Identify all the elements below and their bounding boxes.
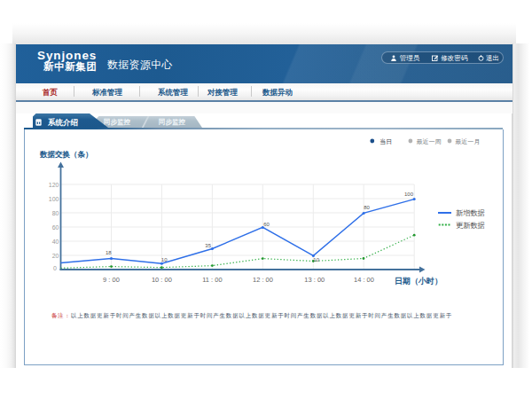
svg-text:80: 80 [364, 205, 370, 210]
svg-text:10 : 00: 10 : 00 [152, 276, 172, 284]
svg-text:数据交换（条）: 数据交换（条） [39, 150, 93, 159]
svg-text:20: 20 [52, 253, 59, 259]
svg-text:9 : 00: 9 : 00 [103, 276, 120, 284]
svg-text:12 : 00: 12 : 00 [253, 276, 273, 284]
svg-text:18: 18 [106, 250, 112, 255]
svg-text:新增数据: 新增数据 [456, 209, 485, 217]
svg-text:14 : 00: 14 : 00 [354, 276, 374, 284]
svg-text:60: 60 [52, 224, 59, 231]
svg-text:最近一周: 最近一周 [416, 138, 441, 145]
svg-text:35: 35 [205, 243, 211, 248]
svg-text:100: 100 [404, 192, 414, 197]
svg-text:日期（小时）: 日期（小时） [395, 277, 442, 286]
svg-text:10: 10 [161, 257, 168, 262]
svg-text:最近一月: 最近一月 [455, 138, 480, 145]
svg-text:0: 0 [53, 265, 57, 271]
svg-text:40: 40 [52, 239, 59, 245]
svg-text:13 : 00: 13 : 00 [304, 276, 325, 284]
svg-text:当日: 当日 [379, 138, 392, 145]
svg-text:120: 120 [49, 182, 59, 188]
svg-text:11 : 00: 11 : 00 [202, 276, 222, 284]
svg-text:80: 80 [52, 210, 59, 216]
svg-text:60: 60 [263, 222, 270, 227]
svg-text:100: 100 [49, 196, 59, 202]
svg-text:更新数据: 更新数据 [456, 222, 485, 230]
svg-text:10: 10 [313, 257, 319, 262]
